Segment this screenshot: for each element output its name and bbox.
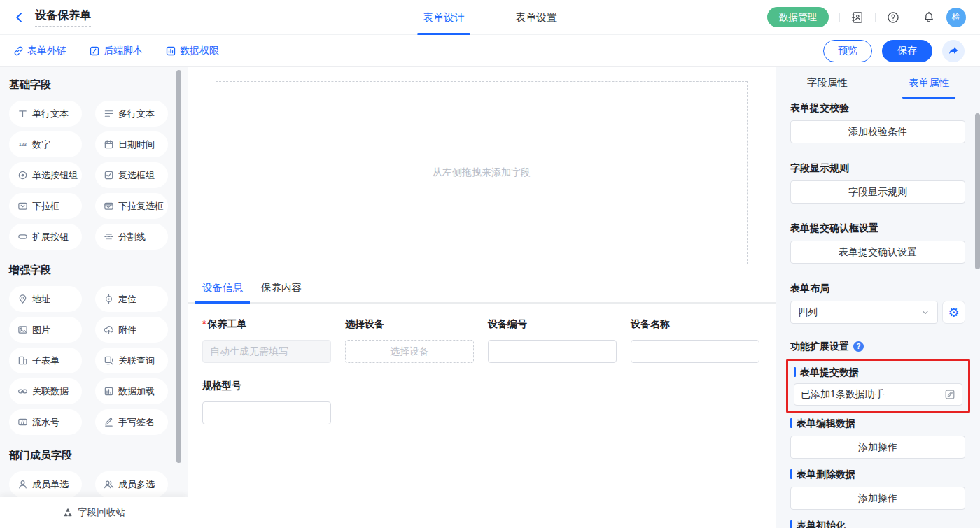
radio-group-icon	[18, 170, 28, 180]
properties-tabs: 字段属性表单属性	[776, 67, 980, 99]
share-arrow-icon	[946, 44, 960, 58]
field-pill-成员单选[interactable]: 成员单选	[9, 471, 82, 497]
field-pill-定位[interactable]: 定位	[95, 286, 168, 312]
checkbox-group-icon	[104, 170, 114, 180]
required-mark: *	[202, 318, 206, 329]
field-pill-分割线[interactable]: 分割线	[95, 224, 168, 250]
field-input-设备名称[interactable]	[631, 340, 760, 363]
multi-line-text-icon	[104, 108, 114, 119]
header-right: 数据管理 检	[767, 7, 980, 27]
form-layout-select[interactable]: 四列	[790, 301, 938, 324]
field-pill-扩展按钮[interactable]: 扩展按钮	[9, 224, 82, 250]
field-pill-label: 附件	[118, 324, 136, 336]
locate-icon	[104, 294, 114, 304]
drop-hint: 从左侧拖拽来添加字段	[433, 166, 531, 179]
header-tab-表单设计[interactable]: 表单设计	[421, 0, 466, 35]
form-fields-grid: *保养工单自动生成无需填写选择设备选择设备设备编号设备名称规格型号	[202, 318, 760, 424]
field-pill-子表单[interactable]: 子表单	[9, 348, 82, 373]
field-pill-图片[interactable]: 图片	[9, 317, 82, 343]
field-input-保养工单[interactable]: 自动生成无需填写	[202, 340, 331, 363]
notification-button[interactable]	[922, 10, 936, 24]
properties-content: 表单提交校验添加校验条件字段显示规则字段显示规则表单提交确认框设置表单提交确认设…	[776, 102, 980, 528]
field-pill-多行文本[interactable]: 多行文本	[95, 101, 168, 127]
canvas-tab-保养内容[interactable]: 保养内容	[261, 281, 302, 302]
panel-section-表单编辑数据: 表单编辑数据添加操作	[786, 418, 970, 459]
field-pill-流水号[interactable]: 流水号	[9, 409, 82, 435]
extension-settings-label: 功能扩展设置	[790, 341, 966, 352]
submit-data-highlight: 表单提交数据 已添加1条数据助手	[786, 359, 970, 413]
layout-settings-button[interactable]: ⚙	[942, 301, 965, 324]
field-pill-label: 复选框组	[118, 169, 155, 182]
toolbar-link-表单外链[interactable]: 表单外链	[13, 45, 66, 57]
field-input-规格型号[interactable]	[202, 401, 331, 424]
field-pill-label: 流水号	[32, 416, 59, 429]
sidebar-scrollbar[interactable]	[176, 70, 181, 463]
preview-button[interactable]: 预览	[823, 40, 872, 62]
save-button[interactable]: 保存	[882, 40, 932, 62]
field-pill-label: 扩展按钮	[32, 231, 69, 243]
field-pill-label: 手写签名	[118, 416, 155, 429]
single-line-text-icon	[18, 108, 28, 119]
field-pill-下拉框[interactable]: 下拉框	[9, 193, 82, 219]
help-button[interactable]	[886, 10, 900, 24]
canvas-tab-设备信息[interactable]: 设备信息	[202, 281, 243, 302]
header-tab-表单设置[interactable]: 表单设置	[514, 0, 559, 35]
permission-icon	[165, 45, 176, 57]
表单提交确认设置-button[interactable]: 表单提交确认设置	[790, 241, 965, 264]
field-label: 设备名称	[631, 318, 760, 329]
field-pill-数字[interactable]: 123数字	[9, 131, 82, 157]
form-layout-value: 四列	[798, 306, 818, 319]
toolbar-link-数据权限[interactable]: 数据权限	[165, 45, 219, 57]
image-icon	[18, 324, 28, 335]
properties-tab-字段属性[interactable]: 字段属性	[776, 67, 878, 99]
serial-number-icon	[18, 417, 28, 427]
question-circle-icon[interactable]	[853, 341, 864, 352]
field-input-设备编号[interactable]	[488, 340, 617, 363]
field-pill-手写签名[interactable]: 手写签名	[95, 409, 168, 435]
link-icon	[13, 45, 24, 57]
form-toolbar: 表单外链后端脚本数据权限 预览 保存	[0, 35, 980, 67]
field-pill-label: 数字	[32, 138, 50, 151]
field-pill-数据加载[interactable]: 数据加载	[95, 378, 168, 404]
field-input-选择设备[interactable]: 选择设备	[345, 340, 474, 363]
properties-tab-表单属性[interactable]: 表单属性	[878, 67, 980, 99]
field-pill-单行文本[interactable]: 单行文本	[9, 101, 82, 127]
datetime-icon	[104, 139, 114, 150]
submit-data-label: 表单提交数据	[794, 366, 962, 378]
field-pill-关联查询[interactable]: 关联查询	[95, 348, 168, 373]
field-pill-地址[interactable]: 地址	[9, 286, 82, 312]
form-init-label: 表单初始化	[790, 520, 966, 528]
field-recycle-bin[interactable]: 字段回收站	[0, 497, 188, 528]
添加操作-button[interactable]: 添加操作	[790, 487, 965, 510]
toolbar-link-后端脚本[interactable]: 后端脚本	[89, 45, 143, 57]
back-button[interactable]	[13, 10, 27, 24]
字段显示规则-button[interactable]: 字段显示规则	[790, 180, 965, 204]
field-pill-附件[interactable]: 附件	[95, 317, 168, 343]
drop-zone[interactable]: 从左侧拖拽来添加字段	[216, 81, 748, 264]
multi-select-icon	[104, 201, 114, 211]
添加操作-button[interactable]: 添加操作	[790, 436, 965, 459]
contact-book-button[interactable]	[850, 10, 864, 24]
share-button[interactable]	[942, 40, 965, 62]
添加校验条件-button[interactable]: 添加校验条件	[790, 120, 965, 143]
field-pill-label: 单行文本	[32, 108, 69, 120]
header-tabs: 表单设计表单设置	[421, 0, 559, 35]
field-pill-成员多选[interactable]: 成员多选	[95, 471, 168, 497]
field-pill-复选框组[interactable]: 复选框组	[95, 162, 168, 188]
edit-icon[interactable]	[944, 389, 955, 400]
toolbar-link-label: 表单外链	[27, 45, 66, 57]
field-pill-日期时间[interactable]: 日期时间	[95, 131, 168, 157]
data-manage-button[interactable]: 数据管理	[767, 7, 829, 27]
signature-icon	[104, 417, 114, 427]
field-pill-下拉复选框[interactable]: 下拉复选框	[95, 193, 168, 219]
bell-icon	[922, 10, 936, 24]
avatar[interactable]: 检	[946, 8, 966, 27]
field-pill-label: 关联查询	[118, 355, 155, 367]
panel-scrollbar[interactable]	[975, 113, 980, 269]
panel-section-label: 表单提交确认框设置	[790, 222, 966, 234]
submit-data-value-box[interactable]: 已添加1条数据助手	[794, 383, 962, 406]
field-pill-label: 数据加载	[118, 385, 155, 398]
field-pill-单选按钮组[interactable]: 单选按钮组	[9, 162, 82, 188]
attachment-icon	[104, 324, 114, 335]
field-pill-关联数据[interactable]: 关联数据	[9, 378, 82, 404]
